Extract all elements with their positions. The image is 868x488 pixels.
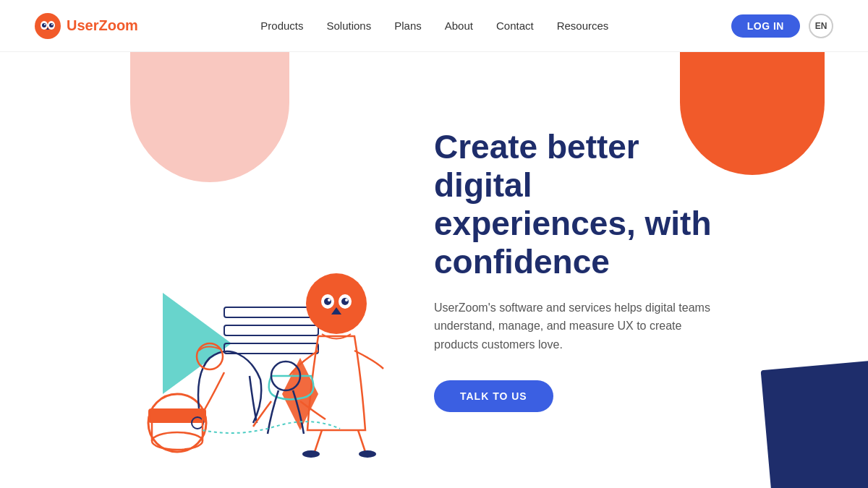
nav-right: LOG IN EN (731, 14, 833, 38)
svg-point-20 (324, 298, 331, 305)
svg-point-28 (359, 450, 376, 458)
svg-line-25 (315, 430, 322, 452)
hero-title: Create better digital experiences, with … (434, 128, 738, 281)
hero-content: Create better digital experiences, with … (420, 99, 868, 440)
svg-point-17 (306, 273, 367, 334)
nav-plans[interactable]: Plans (394, 20, 422, 32)
hero-subtitle: UserZoom's software and services helps d… (434, 299, 723, 354)
svg-point-22 (328, 299, 331, 301)
svg-line-26 (358, 430, 365, 452)
svg-point-23 (345, 299, 348, 301)
nav-about[interactable]: About (445, 20, 473, 32)
svg-rect-14 (224, 325, 318, 335)
hero-svg (58, 163, 405, 466)
hero-section: Create better digital experiences, with … (0, 52, 868, 488)
nav-products[interactable]: Products (260, 20, 303, 32)
svg-point-21 (341, 298, 349, 305)
svg-point-3 (42, 23, 46, 27)
svg-point-6 (51, 24, 53, 25)
talk-to-us-button[interactable]: TALK TO US (434, 380, 553, 412)
svg-point-32 (152, 432, 203, 450)
logo[interactable]: UserZoom (35, 13, 138, 39)
nav-contact[interactable]: Contact (496, 20, 534, 32)
nav-resources[interactable]: Resources (557, 20, 609, 32)
svg-point-4 (49, 23, 54, 27)
nav-solutions[interactable]: Solutions (327, 20, 372, 32)
navbar: UserZoom Products Solutions Plans About … (0, 0, 868, 52)
hero-illustration (0, 52, 420, 488)
svg-point-27 (302, 450, 320, 458)
language-selector[interactable]: EN (809, 14, 833, 38)
nav-links: Products Solutions Plans About Contact R… (260, 20, 608, 33)
svg-rect-15 (224, 343, 318, 354)
logo-icon (35, 13, 61, 39)
svg-rect-13 (224, 307, 318, 317)
svg-rect-12 (148, 408, 206, 423)
svg-point-5 (44, 24, 46, 25)
svg-point-0 (35, 13, 61, 39)
login-button[interactable]: LOG IN (731, 14, 800, 38)
logo-text: UserZoom (67, 17, 138, 34)
